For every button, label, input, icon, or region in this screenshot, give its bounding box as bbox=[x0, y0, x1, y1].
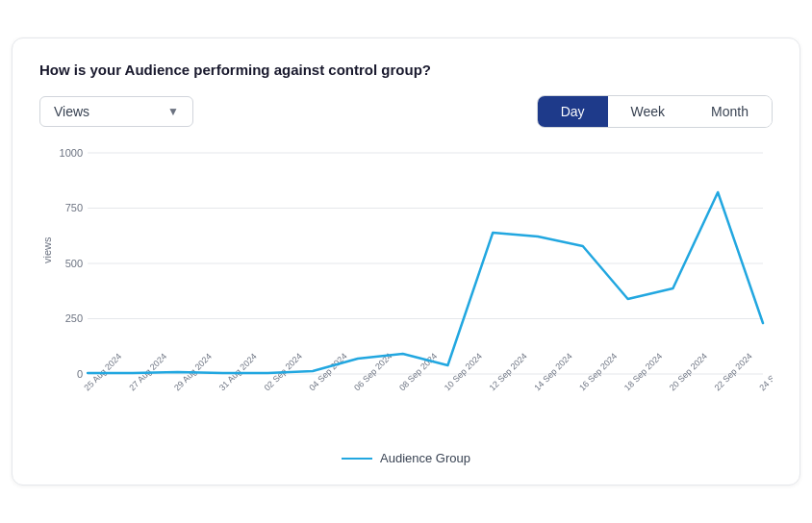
chart-area: 1000 750 500 250 0 views 25 Aug 2024 27 … bbox=[39, 143, 773, 441]
svg-text:250: 250 bbox=[65, 312, 83, 324]
time-toggle-group: Day Week Month bbox=[537, 95, 773, 128]
audience-group-legend-label: Audience Group bbox=[380, 451, 470, 465]
chevron-down-icon: ▼ bbox=[167, 105, 179, 118]
dropdown-label: Views bbox=[54, 104, 89, 119]
svg-text:18 Sep 2024: 18 Sep 2024 bbox=[622, 351, 664, 392]
svg-text:0: 0 bbox=[77, 368, 83, 380]
card-title: How is your Audience performing against … bbox=[39, 62, 773, 78]
controls-bar: Views ▼ Day Week Month bbox=[39, 95, 773, 128]
svg-text:750: 750 bbox=[65, 202, 83, 213]
svg-text:1000: 1000 bbox=[60, 147, 84, 159]
svg-text:12 Sep 2024: 12 Sep 2024 bbox=[488, 351, 529, 392]
line-chart: 1000 750 500 250 0 views 25 Aug 2024 27 … bbox=[39, 143, 773, 441]
svg-text:10 Sep 2024: 10 Sep 2024 bbox=[443, 351, 484, 392]
svg-text:14 Sep 2024: 14 Sep 2024 bbox=[532, 351, 573, 392]
metric-dropdown[interactable]: Views ▼ bbox=[39, 96, 193, 127]
chart-legend: Audience Group bbox=[39, 451, 773, 465]
toggle-week[interactable]: Week bbox=[608, 96, 689, 127]
analytics-card: How is your Audience performing against … bbox=[12, 37, 800, 486]
audience-group-legend-line bbox=[342, 458, 372, 460]
svg-text:views: views bbox=[41, 237, 53, 263]
svg-text:16 Sep 2024: 16 Sep 2024 bbox=[577, 351, 619, 392]
svg-text:22 Sep 2024: 22 Sep 2024 bbox=[712, 351, 753, 392]
toggle-day[interactable]: Day bbox=[538, 96, 608, 127]
audience-group-line bbox=[88, 192, 763, 373]
svg-text:20 Sep 2024: 20 Sep 2024 bbox=[668, 351, 709, 392]
svg-text:24 Sep 2024: 24 Sep 2024 bbox=[757, 351, 773, 392]
svg-text:500: 500 bbox=[65, 258, 83, 269]
toggle-month[interactable]: Month bbox=[688, 96, 772, 127]
